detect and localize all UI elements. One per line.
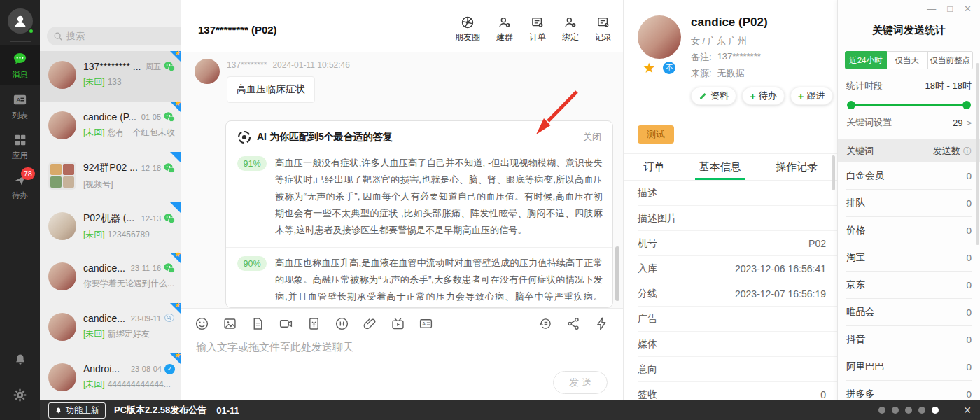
minimize-button[interactable]: — — [927, 3, 936, 15]
create-group-button[interactable]: 建群 — [496, 15, 513, 43]
keyword-row[interactable]: 唯品会0 — [846, 299, 972, 326]
chat-list-item[interactable]: P02机器 (...12-13 [未回]123456789 — [40, 202, 181, 253]
search-box[interactable] — [47, 27, 196, 46]
contact-card-icon[interactable]: A — [419, 316, 433, 331]
announcement-date: 01-11 — [216, 405, 239, 416]
avatar[interactable] — [8, 8, 33, 34]
bind-icon — [564, 15, 578, 29]
dot[interactable] — [892, 407, 899, 414]
message-bubble[interactable]: 高血压临床症状 — [227, 76, 315, 103]
field-row[interactable]: 机号P02 — [638, 231, 837, 256]
bar-close-icon[interactable]: ✕ — [963, 400, 972, 420]
chat-list-item[interactable]: ★ Androi...23-08-04 ✓ [未回]444444444444..… — [40, 354, 181, 404]
sidebar-item-apps[interactable]: 应用 — [0, 126, 40, 166]
file-icon[interactable] — [251, 316, 265, 331]
send-button[interactable]: 发 送 — [553, 371, 608, 394]
keyword-row[interactable]: 淘宝0 — [846, 244, 972, 272]
chat-panel: 137******** (P02) 朋友圈 建群 订单 绑定 — [181, 0, 623, 420]
share-icon[interactable] — [566, 316, 581, 331]
image-icon[interactable] — [223, 316, 237, 331]
history-icon[interactable] — [538, 316, 553, 331]
maximize-button[interactable]: □ — [947, 3, 953, 15]
segment-24h[interactable]: 近24小时 — [845, 51, 887, 69]
slider-knob-start[interactable] — [847, 101, 855, 109]
chat-list-item[interactable]: 924群P02 ...12-18 [视频号] — [40, 152, 181, 202]
chat-list-item[interactable]: ★ candice...23-11-16 你要学着无论遇到什么... — [40, 253, 181, 303]
dot[interactable] — [932, 407, 939, 414]
info-icon[interactable]: ⓘ — [963, 146, 972, 156]
add-followup-button[interactable]: + 跟进 — [790, 87, 833, 105]
field-row[interactable]: 媒体 — [638, 332, 837, 357]
field-row[interactable]: 描述 — [638, 181, 837, 206]
video-account-icon[interactable] — [391, 316, 405, 331]
bind-button[interactable]: 绑定 — [562, 15, 579, 43]
contact-scrollbar[interactable] — [832, 155, 835, 190]
keyword-row[interactable]: 排队0 — [846, 190, 972, 217]
settings-gear[interactable] — [0, 388, 40, 402]
ai-reply-item[interactable]: 91% 高血压一般没有症状,许多人血压高了自己并不知道, -但出现视物模糊、意识… — [226, 148, 612, 247]
field-row[interactable]: 广告 — [638, 307, 837, 332]
announcement-text[interactable]: PC版本2.2.58发布公告 — [114, 404, 206, 416]
message-input[interactable] — [181, 331, 623, 370]
chat-name: 924群P02 ... — [83, 162, 139, 174]
ai-robot-icon — [237, 130, 251, 144]
chat-time: 23-09-11 — [131, 314, 161, 323]
segment-current-hour[interactable]: 仅当前整点 — [928, 51, 974, 69]
tab-operation-log[interactable]: 操作记录 — [776, 154, 818, 180]
keyword-row[interactable]: 阿里巴巴0 — [846, 354, 972, 381]
source-label: 来源: — [691, 67, 712, 80]
keyword-row[interactable]: 白金会员0 — [846, 162, 972, 190]
sidebar-item-todo[interactable]: 78 待办 — [0, 166, 40, 206]
notifications-bell[interactable] — [0, 353, 40, 367]
tab-basic-info[interactable]: 基本信息 — [699, 154, 741, 180]
quick-reply-icon[interactable] — [594, 316, 609, 331]
dot[interactable] — [918, 407, 925, 414]
attachment-icon[interactable] — [363, 316, 377, 331]
slider-knob-end[interactable] — [962, 101, 971, 109]
chat-list-item[interactable]: ★ candice (P...01-05 [未回]您有一个红包未收 — [40, 102, 181, 152]
voice-icon[interactable] — [335, 316, 349, 331]
contact-avatar[interactable] — [638, 15, 681, 59]
profile-button[interactable]: 资料 — [691, 87, 736, 105]
search-input[interactable] — [66, 31, 190, 41]
contact-fields: 描述 描述图片 机号P02 入库2023-12-06 16:56:41 分线20… — [624, 181, 837, 407]
hour-range-slider[interactable] — [848, 100, 970, 110]
chat-list-item[interactable]: ★ 137******** ...周五 [未回]133 — [40, 51, 181, 102]
keyword-row[interactable]: 京东0 — [846, 272, 972, 299]
emoji-icon[interactable] — [195, 316, 209, 331]
field-row[interactable]: 入库2023-12-06 16:56:41 — [638, 256, 837, 281]
segment-today[interactable]: 仅当天 — [887, 51, 928, 69]
dot[interactable] — [905, 407, 912, 414]
dot[interactable] — [878, 407, 886, 414]
sidebar-item-messages[interactable]: 消息 — [0, 45, 40, 85]
ai-reply-item[interactable]: 90% 高血压也称血压升高,是血液在血管中流动时对血管壁造成的压力值持续高于正常… — [226, 247, 612, 308]
tab-orders[interactable]: 订单 — [643, 154, 664, 180]
field-row[interactable]: 分线2023-12-07 16:56:19 — [638, 281, 837, 307]
chat-title: 137******** (P02) — [198, 24, 277, 36]
field-row[interactable]: 描述图片 — [638, 206, 837, 231]
chat-list-item[interactable]: ★ candice...23-09-11 [未回]新绑定好友 — [40, 303, 181, 354]
sidebar-item-list[interactable]: A 列表 — [0, 85, 40, 126]
order-button[interactable]: 订单 — [529, 15, 546, 43]
message-composer: A 发 送 — [181, 308, 623, 400]
keyword-row[interactable]: 价格0 — [846, 217, 972, 244]
add-todo-button[interactable]: + 待办 — [742, 87, 785, 105]
toolbar-label: 朋友圈 — [455, 31, 480, 43]
feature-news-badge[interactable]: 功能上新 — [48, 402, 106, 419]
video-icon[interactable] — [279, 316, 293, 331]
ai-close-button[interactable]: 关闭 — [583, 131, 601, 144]
wechat-icon — [164, 162, 175, 174]
close-button[interactable]: ✕ — [964, 3, 972, 15]
chat-scrollbar[interactable] — [615, 246, 620, 301]
star-icon[interactable]: ★ — [643, 61, 656, 75]
keyword-settings-row[interactable]: 关键词设置 29> — [846, 112, 972, 133]
keyword-row[interactable]: 抖音0 — [846, 326, 972, 354]
keywords-scrollbar[interactable] — [976, 63, 979, 245]
field-row[interactable]: 意向 — [638, 357, 837, 382]
moments-button[interactable]: 朋友圈 — [455, 15, 480, 43]
contact-tag[interactable]: 测试 — [638, 125, 674, 144]
sidebar-item-label: 应用 — [12, 150, 28, 161]
red-packet-icon[interactable] — [307, 316, 321, 331]
record-button[interactable]: 记录 — [595, 15, 612, 43]
unreplied-tag: [未回] — [83, 127, 105, 137]
